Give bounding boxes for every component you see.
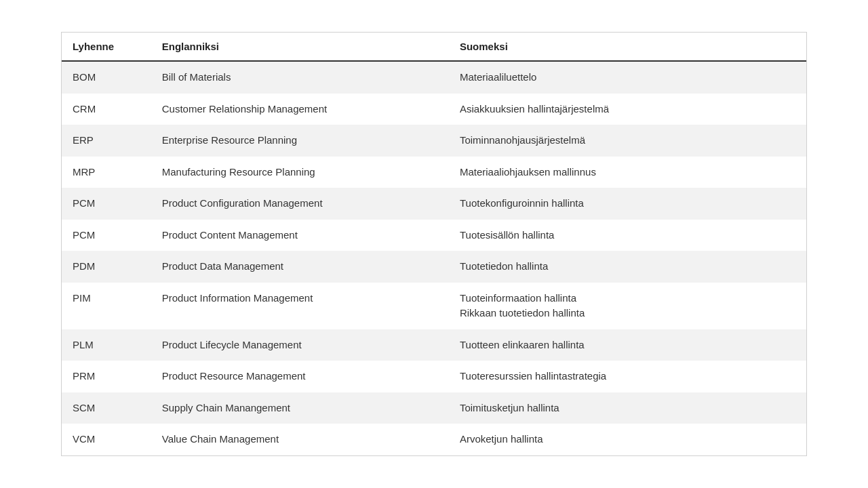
table-row: VCMValue Chain ManagementArvoketjun hall… xyxy=(62,424,806,455)
cell-abbr: ERP xyxy=(62,125,151,157)
cell-english: Manufacturing Resource Planning xyxy=(151,157,449,188)
table-row: PIMProduct Information ManagementTuotein… xyxy=(62,283,806,329)
cell-abbr: PRM xyxy=(62,361,151,392)
cell-english: Enterprise Resource Planning xyxy=(151,125,449,157)
cell-finnish: Asiakkuuksien hallintajärjestelmä xyxy=(449,94,806,125)
cell-english: Product Resource Management xyxy=(151,361,449,392)
table-row: PRMProduct Resource ManagementTuoteresur… xyxy=(62,361,806,392)
cell-finnish: Tuoteresurssien hallintastrategia xyxy=(449,361,806,392)
cell-english: Product Information Management xyxy=(151,283,449,329)
table-row: CRMCustomer Relationship ManagementAsiak… xyxy=(62,94,806,125)
table-row: BOMBill of MaterialsMateriaaliluettelo xyxy=(62,61,806,94)
header-lyhenne: Lyhenne xyxy=(62,33,151,61)
table-row: MRPManufacturing Resource PlanningMateri… xyxy=(62,157,806,188)
cell-abbr: PCM xyxy=(62,188,151,220)
cell-finnish: Toimitusketjun hallinta xyxy=(449,392,806,424)
cell-finnish: Materiaaliluettelo xyxy=(449,61,806,94)
abbreviations-table: Lyhenne Englanniksi Suomeksi BOMBill of … xyxy=(62,33,806,455)
cell-abbr: CRM xyxy=(62,94,151,125)
cell-english: Product Configuration Management xyxy=(151,188,449,220)
cell-abbr: PCM xyxy=(62,220,151,251)
cell-abbr: PLM xyxy=(62,329,151,361)
cell-english: Product Lifecycle Management xyxy=(151,329,449,361)
cell-finnish: Toiminnanohjausjärjestelmä xyxy=(449,125,806,157)
header-finnish: Suomeksi xyxy=(449,33,806,61)
cell-abbr: PDM xyxy=(62,251,151,283)
cell-finnish: Arvoketjun hallinta xyxy=(449,424,806,455)
cell-finnish: Materiaaliohjauksen mallinnus xyxy=(449,157,806,188)
cell-english: Value Chain Management xyxy=(151,424,449,455)
cell-abbr: BOM xyxy=(62,61,151,94)
cell-abbr: MRP xyxy=(62,157,151,188)
table-row: PCMProduct Configuration ManagementTuote… xyxy=(62,188,806,220)
cell-finnish: Tuotetiedon hallinta xyxy=(449,251,806,283)
cell-english: Product Content Management xyxy=(151,220,449,251)
cell-english: Supply Chain Manangement xyxy=(151,392,449,424)
table-header-row: Lyhenne Englanniksi Suomeksi xyxy=(62,33,806,61)
cell-english: Customer Relationship Management xyxy=(151,94,449,125)
table-row: PCMProduct Content ManagementTuotesisäll… xyxy=(62,220,806,251)
table-row: PLMProduct Lifecycle ManagementTuotteen … xyxy=(62,329,806,361)
cell-english: Bill of Materials xyxy=(151,61,449,94)
cell-finnish: Tuotekonfiguroinnin hallinta xyxy=(449,188,806,220)
cell-abbr: SCM xyxy=(62,392,151,424)
cell-english: Product Data Management xyxy=(151,251,449,283)
table-row: PDMProduct Data ManagementTuotetiedon ha… xyxy=(62,251,806,283)
cell-abbr: PIM xyxy=(62,283,151,329)
header-english: Englanniksi xyxy=(151,33,449,61)
cell-finnish: Tuotesisällön hallinta xyxy=(449,220,806,251)
main-table-container: Lyhenne Englanniksi Suomeksi BOMBill of … xyxy=(61,32,807,456)
table-row: SCMSupply Chain ManangementToimitusketju… xyxy=(62,392,806,424)
table-row: ERPEnterprise Resource PlanningToiminnan… xyxy=(62,125,806,157)
cell-finnish: Tuoteinformaation hallintaRikkaan tuotet… xyxy=(449,283,806,329)
cell-abbr: VCM xyxy=(62,424,151,455)
cell-finnish: Tuotteen elinkaaren hallinta xyxy=(449,329,806,361)
